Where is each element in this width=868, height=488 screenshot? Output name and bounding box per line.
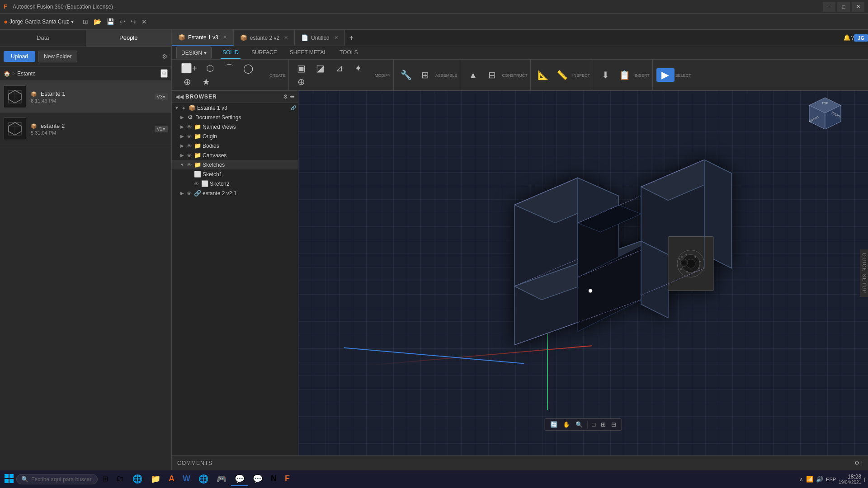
panel-settings-icon[interactable]: ⚙ — [160, 69, 168, 78]
grid-button[interactable]: ⊞ — [599, 420, 608, 429]
chamfer-button[interactable]: ⊿ — [330, 62, 349, 75]
expand-canvases-icon[interactable]: ▶ — [179, 153, 185, 158]
taskbar-fusion[interactable]: F — [281, 473, 293, 486]
expand-estante2-icon[interactable]: ▶ — [179, 191, 185, 196]
vis-icon-estante2[interactable]: 👁 — [185, 191, 193, 196]
tab-close-3[interactable]: ✕ — [334, 35, 338, 41]
axis-button[interactable]: ⊟ — [483, 69, 501, 81]
expand-icon[interactable]: ▼ — [174, 105, 180, 110]
taskbar-steam[interactable]: 🎮 — [213, 473, 230, 486]
vis-icon-named-views[interactable]: 👁 — [185, 124, 193, 130]
loft-button[interactable]: ⊕ — [178, 75, 196, 88]
cancel-button[interactable]: ✕ — [140, 17, 149, 26]
search-box[interactable]: 🔍 Escribe aquí para buscar — [16, 474, 98, 484]
tab-data[interactable]: Data — [0, 30, 86, 47]
viewport[interactable]: TOP FRONT RIGHT QUICK SETUP 🔄 ✋ 🔍 □ ⊞ ⊟ — [298, 91, 868, 455]
taskbar-edge[interactable]: 🌐 — [129, 473, 146, 486]
browser-settings-icon[interactable]: ⚙ — [283, 94, 288, 100]
taskbar-whatsapp[interactable]: 💬 — [249, 473, 266, 486]
tab-solid[interactable]: SOLID — [221, 46, 241, 59]
file-version-2[interactable]: V2▾ — [155, 126, 168, 132]
orbit-button[interactable]: 🔄 — [548, 420, 560, 429]
taskbar-autocad[interactable]: A — [165, 473, 178, 486]
comments-collapse-icon[interactable]: | — [861, 460, 863, 466]
interference-button[interactable]: 📏 — [553, 69, 571, 81]
expand-bodies-icon[interactable]: ▶ — [179, 143, 185, 148]
maximize-button[interactable]: □ — [837, 2, 850, 12]
vis-icon-bodies[interactable]: 👁 — [185, 143, 193, 149]
display-mode-button[interactable]: □ — [590, 420, 598, 429]
tab-surface[interactable]: SURFACE — [250, 46, 279, 59]
doc-tab-estante1[interactable]: 📦 Estante 1 v3 ✕ — [172, 30, 234, 46]
expand-doc-settings-icon[interactable]: ▶ — [179, 115, 185, 120]
vis-icon-canvases[interactable]: 👁 — [185, 153, 193, 158]
tab-tools[interactable]: TOOLS — [338, 46, 359, 59]
tab-people[interactable]: People — [86, 30, 172, 47]
select-button[interactable]: ▶ — [656, 68, 675, 82]
revolve-button[interactable]: ⌒ — [220, 62, 238, 75]
combine-button[interactable]: ⊕ — [292, 75, 311, 88]
tree-item-canvases[interactable]: ▶ 👁 📁 Canvases — [172, 150, 298, 160]
joint-button[interactable]: 🔧 — [397, 69, 415, 81]
notifications-button[interactable]: 🔔 — [843, 34, 851, 41]
comments-settings-icon[interactable]: ⚙ — [854, 460, 859, 466]
shell-button[interactable]: ✦ — [349, 62, 368, 75]
user-info[interactable]: ● Jorge Garcia Santa Cruz ▾ — [4, 18, 74, 25]
vis-icon-sketches[interactable]: 👁 — [185, 162, 193, 168]
taskbar-taskview[interactable]: ⊞ — [99, 473, 112, 485]
pan-button[interactable]: ✋ — [561, 420, 572, 429]
browser-expand-icon[interactable]: ⬅ — [290, 94, 294, 100]
tree-item-estante2-link[interactable]: ▶ 👁 🔗 estante 2 v2:1 — [172, 188, 298, 198]
expand-sketches-icon[interactable]: ▼ — [179, 162, 185, 167]
tree-item-bodies[interactable]: ▶ 👁 📁 Bodies — [172, 141, 298, 150]
clock[interactable]: 18:23 19/04/2021 — [839, 474, 861, 485]
freeform-button[interactable]: ★ — [197, 75, 215, 88]
taskbar-notion[interactable]: N — [267, 473, 280, 486]
new-folder-button[interactable]: New Folder — [38, 51, 77, 62]
taskbar-browser[interactable]: 🌐 — [195, 473, 212, 486]
help-button[interactable]: ? — [851, 34, 854, 41]
file-version[interactable]: V3▾ — [155, 94, 168, 100]
fillet-button[interactable]: ◪ — [311, 62, 330, 75]
vis-icon-sketch2[interactable]: 👁 — [193, 181, 200, 187]
tab-close-1[interactable]: ✕ — [223, 34, 227, 40]
tree-item-sketch1[interactable]: ▶ ⬜ Sketch1 — [172, 169, 298, 179]
start-button[interactable] — [3, 472, 15, 486]
tree-item-sketch2[interactable]: ▶ 👁 ⬜ Sketch2 — [172, 179, 298, 188]
grid-apps-button[interactable]: ⊞ — [81, 17, 90, 26]
viewcube[interactable]: TOP FRONT RIGHT — [805, 95, 845, 136]
open-folder-button[interactable]: 📂 — [92, 17, 103, 26]
taskbar-discord[interactable]: 💬 — [231, 473, 248, 486]
extrude-button[interactable]: ⬡ — [201, 62, 219, 75]
new-tab-button[interactable]: + — [345, 34, 358, 42]
upload-button[interactable]: Upload — [4, 51, 35, 62]
new-component-button[interactable]: ⬜+ — [178, 62, 200, 75]
expand-origin-icon[interactable]: ▶ — [179, 134, 185, 139]
minimize-button[interactable]: ─ — [823, 2, 835, 12]
insert-mesh-button[interactable]: ⬇ — [597, 69, 615, 81]
design-dropdown[interactable]: DESIGN ▾ — [176, 47, 212, 59]
list-item[interactable]: 📦 estante 2 5:31:04 PM V2▾ — [0, 113, 171, 145]
settings-gear-icon[interactable]: ⚙ — [162, 53, 168, 60]
tray-expand-button[interactable]: ∧ — [799, 476, 803, 483]
redo-button[interactable]: ↪ — [129, 17, 138, 26]
sweep-button[interactable]: ◯ — [239, 62, 257, 75]
list-item[interactable]: 📦 Estante 1 6:11:46 PM V3▾ — [0, 81, 171, 113]
save-button[interactable]: 💾 — [105, 17, 116, 26]
taskbar-explorer[interactable]: 🗂 — [113, 473, 128, 486]
close-button[interactable]: ✕ — [852, 2, 864, 12]
plane-button[interactable]: ▲ — [464, 69, 482, 81]
browser-collapse-button[interactable]: ◀◀ — [175, 94, 184, 100]
tree-item-named-views[interactable]: ▶ 👁 📁 Named Views — [172, 122, 298, 131]
doc-tab-untitled[interactable]: 📄 Untitled ✕ — [295, 30, 345, 46]
taskbar-word[interactable]: W — [179, 473, 194, 486]
insert-svg-button[interactable]: 📋 — [616, 69, 634, 81]
tab-close-2[interactable]: ✕ — [284, 35, 288, 41]
press-pull-button[interactable]: ▣ — [292, 62, 311, 75]
tab-sheet-metal[interactable]: SHEET METAL — [288, 46, 329, 59]
tree-item-root[interactable]: ▼ ● 📦 Estante 1 v3 🔗 — [172, 103, 298, 113]
home-icon[interactable]: 🏠 — [4, 70, 10, 77]
doc-tab-estante2[interactable]: 📦 estante 2 v2 ✕ — [234, 30, 295, 46]
tree-item-sketches[interactable]: ▼ 👁 📁 Sketches — [172, 160, 298, 169]
quick-setup[interactable]: QUICK SETUP — [860, 249, 868, 297]
